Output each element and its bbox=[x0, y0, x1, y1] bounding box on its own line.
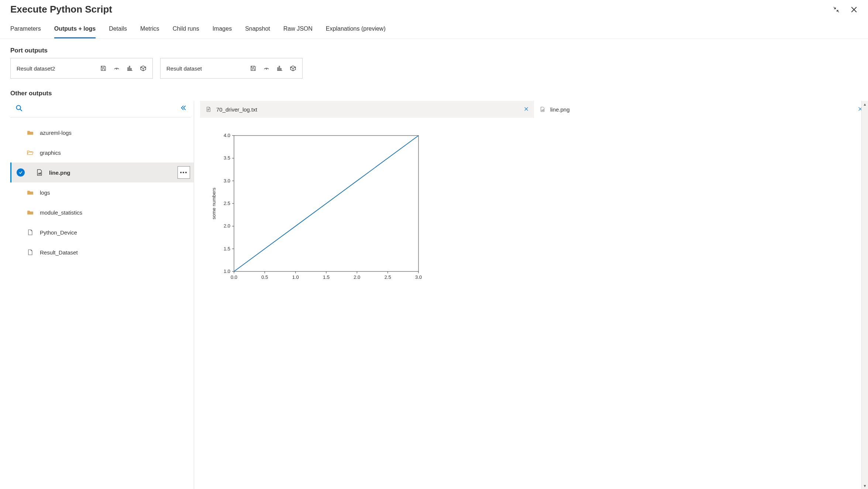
tab-explanations[interactable]: Explanations (preview) bbox=[326, 22, 386, 38]
svg-text:0.5: 0.5 bbox=[261, 274, 268, 280]
tree-item-line-png[interactable]: line.png ••• bbox=[10, 163, 194, 182]
preview-icon[interactable] bbox=[113, 65, 120, 72]
tree-item-python-device[interactable]: Python_Device bbox=[10, 222, 194, 242]
tree-item-label: logs bbox=[40, 189, 50, 196]
svg-text:1.0: 1.0 bbox=[224, 269, 230, 274]
port-outputs-heading: Port outputs bbox=[0, 39, 868, 58]
tab-parameters[interactable]: Parameters bbox=[10, 22, 41, 38]
tab-raw-json[interactable]: Raw JSON bbox=[283, 22, 313, 38]
cube-icon[interactable] bbox=[290, 65, 296, 72]
tree-item-module-statistics[interactable]: module_statistics bbox=[10, 202, 194, 222]
tree-item-label: azureml-logs bbox=[40, 130, 72, 136]
tree-item-label: Result_Dataset bbox=[40, 249, 78, 256]
folder-icon bbox=[27, 189, 34, 196]
histogram-icon[interactable] bbox=[127, 65, 133, 72]
svg-text:3.0: 3.0 bbox=[224, 178, 230, 184]
image-file-icon bbox=[36, 169, 43, 176]
svg-text:2.5: 2.5 bbox=[224, 201, 230, 206]
page-title: Execute Python Script bbox=[10, 4, 112, 15]
tab-child-runs[interactable]: Child runs bbox=[173, 22, 199, 38]
panel-root: Execute Python Script Parameters Outputs… bbox=[0, 0, 868, 489]
save-icon[interactable] bbox=[100, 65, 107, 72]
close-tab-icon[interactable] bbox=[524, 106, 529, 113]
file-tab-bar: 70_driver_log.txt line.png bbox=[194, 101, 868, 118]
search-row bbox=[10, 101, 191, 117]
svg-text:1.5: 1.5 bbox=[224, 246, 230, 252]
file-icon bbox=[27, 229, 34, 236]
scroll-down-icon[interactable]: ▼ bbox=[862, 482, 868, 489]
tree-item-graphics[interactable]: graphics bbox=[10, 143, 194, 163]
tab-bar: Parameters Outputs + logs Details Metric… bbox=[0, 22, 868, 39]
port-card-label: Result dataset2 bbox=[17, 65, 55, 72]
cube-icon[interactable] bbox=[140, 65, 147, 72]
tree-item-logs[interactable]: logs bbox=[10, 182, 194, 202]
port-card-result-dataset2: Result dataset2 bbox=[10, 58, 153, 79]
tab-outputs-logs[interactable]: Outputs + logs bbox=[54, 22, 96, 38]
file-tab-label: line.png bbox=[550, 106, 570, 113]
folder-icon bbox=[27, 129, 34, 136]
svg-text:2.5: 2.5 bbox=[385, 274, 391, 280]
folder-icon bbox=[27, 209, 34, 216]
port-card-actions bbox=[250, 65, 296, 72]
port-outputs-row: Result dataset2 Result dataset bbox=[0, 58, 868, 82]
restore-icon[interactable] bbox=[833, 6, 840, 13]
header-actions bbox=[833, 6, 858, 13]
tab-snapshot[interactable]: Snapshot bbox=[245, 22, 270, 38]
port-card-result-dataset: Result dataset bbox=[160, 58, 303, 79]
content-pane: 70_driver_log.txt line.png 1.01.52. bbox=[194, 101, 868, 489]
tab-images[interactable]: Images bbox=[213, 22, 232, 38]
file-tab-driver-log[interactable]: 70_driver_log.txt bbox=[200, 101, 534, 118]
save-icon[interactable] bbox=[250, 65, 256, 72]
folder-open-icon bbox=[27, 149, 34, 156]
file-tab-label: 70_driver_log.txt bbox=[216, 106, 257, 113]
tree-item-label: module_statistics bbox=[40, 209, 82, 216]
svg-point-1 bbox=[266, 69, 267, 70]
close-icon[interactable] bbox=[850, 6, 858, 13]
line-chart: 1.01.52.02.53.03.54.00.00.51.01.52.02.53… bbox=[204, 131, 426, 286]
histogram-icon[interactable] bbox=[276, 65, 283, 72]
outputs-sidebar: azureml-logs graphics line.png bbox=[10, 101, 194, 489]
svg-point-0 bbox=[116, 69, 117, 70]
svg-text:some numbers: some numbers bbox=[211, 188, 217, 219]
preview-icon[interactable] bbox=[263, 65, 270, 72]
svg-text:2.0: 2.0 bbox=[224, 223, 230, 229]
port-card-label: Result dataset bbox=[166, 65, 202, 72]
svg-text:1.5: 1.5 bbox=[323, 274, 330, 280]
svg-text:1.0: 1.0 bbox=[292, 274, 299, 280]
tree-item-result-dataset[interactable]: Result_Dataset bbox=[10, 242, 194, 262]
search-icon[interactable] bbox=[16, 105, 24, 113]
tree-item-azureml-logs[interactable]: azureml-logs bbox=[10, 123, 194, 143]
svg-text:3.5: 3.5 bbox=[224, 155, 230, 161]
output-tree: azureml-logs graphics line.png bbox=[10, 117, 194, 262]
more-button[interactable]: ••• bbox=[178, 166, 190, 179]
svg-point-2 bbox=[17, 106, 21, 110]
svg-text:2.0: 2.0 bbox=[354, 274, 360, 280]
other-outputs: azureml-logs graphics line.png bbox=[0, 101, 868, 489]
vertical-scrollbar[interactable]: ▲ ▼ bbox=[861, 101, 868, 489]
image-file-icon bbox=[539, 106, 546, 113]
svg-text:4.0: 4.0 bbox=[224, 133, 230, 138]
port-card-actions bbox=[100, 65, 147, 72]
file-icon bbox=[205, 106, 212, 113]
tree-item-label: graphics bbox=[40, 150, 61, 156]
tree-item-label: line.png bbox=[49, 170, 70, 176]
chart-area: 1.01.52.02.53.03.54.00.00.51.01.52.02.53… bbox=[194, 118, 868, 489]
other-outputs-heading: Other outputs bbox=[0, 82, 868, 101]
file-tab-line-png[interactable]: line.png bbox=[534, 101, 868, 118]
svg-text:0.0: 0.0 bbox=[231, 274, 237, 280]
header: Execute Python Script bbox=[0, 0, 868, 17]
file-icon bbox=[27, 249, 34, 256]
tab-metrics[interactable]: Metrics bbox=[140, 22, 159, 38]
tab-details[interactable]: Details bbox=[109, 22, 127, 38]
svg-text:3.0: 3.0 bbox=[415, 274, 422, 280]
tree-item-label: Python_Device bbox=[40, 229, 77, 236]
scroll-up-icon[interactable]: ▲ bbox=[862, 101, 868, 107]
check-icon bbox=[17, 168, 25, 177]
collapse-icon[interactable] bbox=[180, 105, 188, 113]
